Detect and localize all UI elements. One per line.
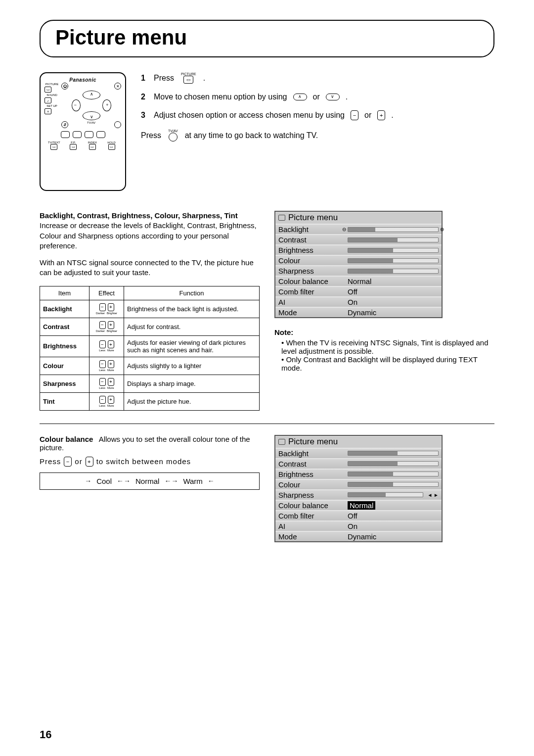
table-row: Backlight − + DarkerBrighter Brightness … (40, 300, 260, 318)
table-row: Contrast − + DarkerBrighter Adjust for c… (40, 318, 260, 335)
steps-list: 1 Press PICTURE ▭ . 2 Move to chosen men… (141, 72, 494, 191)
plus-button-icon: + (108, 303, 114, 311)
osd-row: Contrast (275, 234, 442, 244)
menu-icon (278, 215, 285, 221)
power-icon: ⏻ (61, 83, 68, 90)
slider-icon (348, 451, 439, 456)
slider-icon (348, 237, 439, 242)
step-return: Press TV/AV at any time to go back to wa… (141, 129, 494, 142)
table-row: Brightness − + LessMore Adjusts for easi… (40, 335, 260, 357)
slider-icon (348, 461, 439, 466)
plus-button-icon: + (86, 457, 93, 467)
page-number: 16 (40, 728, 51, 741)
osd-row: Backlight ⊖⊕ (275, 224, 442, 234)
tvav-button-icon (169, 133, 178, 142)
index-icon: ▭ (89, 144, 96, 150)
tvav-icon (114, 121, 121, 128)
osd-row: Sharpness ◄ ► (275, 489, 442, 500)
plus-button-icon: + (108, 396, 114, 404)
picture-button-icon: ▭ (44, 87, 51, 93)
osd-title: Picture menu (275, 436, 442, 448)
plus-button-icon: + (108, 360, 114, 368)
effects-table: Item Effect Function Backlight − + Darke… (40, 286, 260, 411)
minus-button-icon: − (99, 396, 106, 404)
osd-row: Backlight (275, 448, 442, 458)
colour-balance-text: Colour balance Allows you to set the ove… (40, 435, 260, 552)
setup-button-icon: ≡ (44, 108, 51, 114)
osd-row: Comb filter Off (275, 510, 442, 520)
table-row: Sharpness − + LessMore Displays a sharp … (40, 375, 260, 392)
osd-menu-1: Picture menu Backlight ⊖⊕ Contrast Brigh… (274, 211, 443, 318)
slider-icon (348, 472, 439, 476)
osd-row: Brightness (275, 469, 442, 479)
osd-row: Mode Dynamic (275, 307, 442, 317)
minus-button-icon: − (351, 110, 358, 120)
arrow-lr-icon: ←→ (117, 477, 131, 485)
tvav-button-inline: TV/AV (168, 129, 178, 142)
fp-icon: ▭ (70, 144, 77, 150)
osd-row: Colour balance Normal (275, 276, 442, 286)
menu-icon (278, 439, 285, 445)
ch-return-icon: ⇵ (61, 121, 68, 128)
picture-button-inline: PICTURE ▭ (181, 72, 196, 84)
osd-row: Mode Dynamic (275, 531, 442, 541)
dpad-icon: ∧ ∨ − + (72, 91, 111, 120)
osd-row: Brightness (275, 244, 442, 255)
osd-row: Colour (275, 479, 442, 489)
osd-title: Picture menu (275, 212, 442, 224)
osd-row: Comb filter Off (275, 286, 442, 296)
plus-button-icon: + (108, 378, 114, 386)
colour-buttons (44, 131, 121, 138)
minus-button-icon: − (99, 321, 106, 329)
slider-icon: ⊖⊕ (348, 227, 439, 232)
osd-row: AI On (275, 296, 442, 307)
table-row: Colour − + LessMore Adjusts slightly to … (40, 357, 260, 375)
adjust-heading: Backlight, Contrast, Brightness, Colour,… (40, 211, 238, 220)
step-3: 3 Adjust chosen option or access chosen … (141, 110, 494, 120)
minus-button-icon: − (99, 360, 106, 368)
arrow-lr-icon: ←→ (164, 477, 178, 485)
page-title: Picture menu (55, 26, 479, 49)
remote-brand: Panasonic (44, 77, 121, 83)
arrow-left-icon: ← (208, 477, 215, 485)
minus-button-icon: − (99, 340, 106, 348)
down-button-icon: ∨ (326, 94, 340, 100)
slider-icon (348, 269, 439, 274)
note-block: Note: When the TV is receiving NTSC Sign… (274, 328, 494, 372)
slider-icon (348, 258, 439, 263)
minus-button-icon: − (99, 303, 106, 311)
step-1: 1 Press PICTURE ▭ . (141, 72, 494, 84)
osd-row: Contrast (275, 458, 442, 469)
plus-button-icon: + (108, 340, 114, 348)
slider-icon (348, 482, 439, 487)
step-2: 2 Move to chosen menu option by using ∧ … (141, 93, 494, 101)
up-button-icon: ∧ (293, 94, 307, 100)
minus-button-icon: − (64, 457, 72, 467)
osd-menu-2: Picture menu Backlight Contrast Brightne… (274, 435, 443, 542)
mute-icon: ✕ (114, 83, 121, 90)
osd-row: AI On (275, 520, 442, 531)
osd-row: Sharpness (275, 265, 442, 276)
adjust-para-2: With an NTSC signal source connected to … (40, 258, 260, 278)
picture-button-icon: ▭ (183, 76, 193, 84)
page-title-box: Picture menu (40, 20, 494, 57)
remote-illustration: Panasonic PICTURE ▭ SOUND ♪ SET UP ≡ ⏻ ✕ (40, 72, 126, 191)
plus-button-icon: + (377, 110, 385, 120)
tvtext-icon: ▭ (50, 144, 57, 150)
slider-icon (348, 492, 423, 497)
plus-button-icon: + (108, 321, 114, 329)
osd-row: Colour balance Normal (275, 500, 442, 510)
osd-row: Colour (275, 255, 442, 265)
adjust-para-1: Increase or decrease the levels of Backl… (40, 221, 257, 250)
hold-icon: ▭ (108, 144, 115, 150)
sound-button-icon: ♪ (44, 97, 51, 103)
table-row: Tint − + LessMore Adjust the picture hue… (40, 392, 260, 410)
minus-button-icon: − (99, 378, 106, 386)
colour-balance-modes: → Cool ←→ Normal ←→ Warm ← (40, 472, 260, 490)
slider-icon (348, 248, 439, 253)
section-separator (40, 424, 494, 424)
arrow-right-icon: → (85, 477, 91, 485)
